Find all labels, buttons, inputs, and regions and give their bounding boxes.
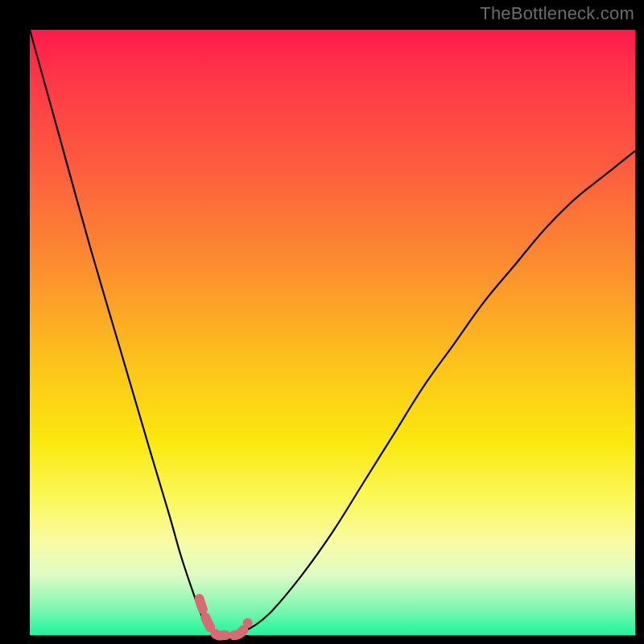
curve-layer xyxy=(30,30,635,635)
chart-frame: TheBottleneck.com xyxy=(0,0,644,644)
bottleneck-curve xyxy=(30,30,635,636)
highlight-segment xyxy=(200,599,248,636)
watermark-text: TheBottleneck.com xyxy=(480,3,634,24)
plot-area xyxy=(30,30,635,635)
